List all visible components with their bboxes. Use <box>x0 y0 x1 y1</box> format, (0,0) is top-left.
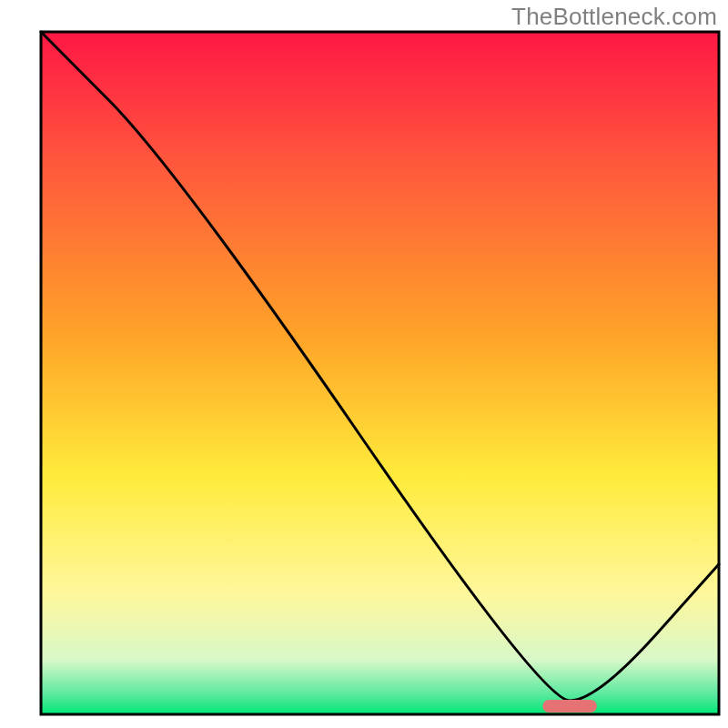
bottleneck-chart <box>0 0 728 728</box>
chart-frame: TheBottleneck.com <box>0 0 728 728</box>
gradient-background <box>41 32 719 714</box>
attribution-label: TheBottleneck.com <box>511 3 717 31</box>
optimum-marker <box>542 700 597 713</box>
